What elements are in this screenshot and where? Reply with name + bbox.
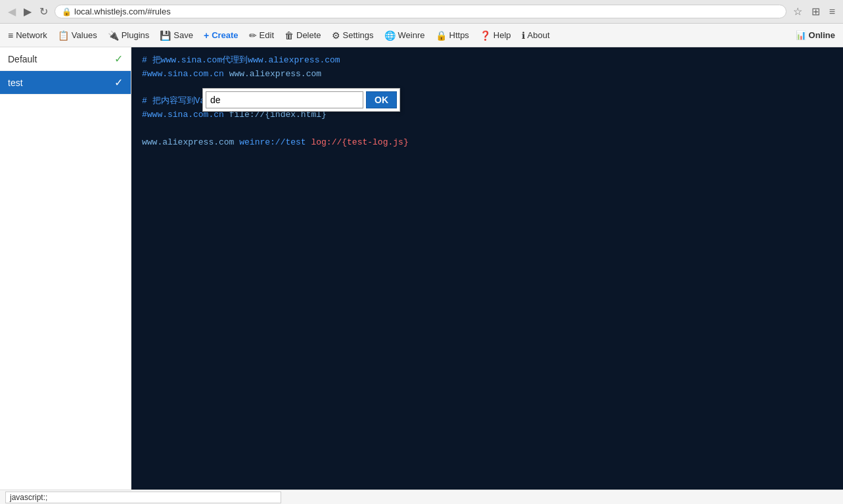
sidebar-item-default[interactable]: Default ✓ bbox=[0, 47, 131, 71]
sidebar-item-test-label: test bbox=[8, 78, 23, 88]
online-chart-icon: 📊 bbox=[796, 30, 806, 40]
nav-item-create[interactable]: + Create bbox=[198, 26, 244, 45]
create-input[interactable] bbox=[206, 91, 363, 108]
delete-icon: 🗑 bbox=[285, 30, 294, 41]
about-icon: ℹ bbox=[522, 30, 525, 41]
settings-icon: ⚙ bbox=[332, 30, 340, 41]
nav-item-https[interactable]: 🔒 Https bbox=[430, 26, 474, 45]
back-button[interactable]: ◀ bbox=[5, 4, 18, 19]
nav-label-create: Create bbox=[212, 30, 238, 40]
save-icon: 💾 bbox=[160, 30, 171, 41]
editor-log: log://{test-log.js} bbox=[306, 137, 409, 147]
nav-item-help[interactable]: ❓ Help bbox=[474, 26, 516, 45]
online-label: Online bbox=[809, 30, 835, 40]
editor-weinre: weinre://test bbox=[234, 137, 306, 147]
nav-item-save[interactable]: 💾 Save bbox=[154, 26, 198, 45]
sidebar: Default ✓ test ✓ bbox=[0, 47, 131, 490]
nav-label-weinre: Weinre bbox=[398, 30, 425, 40]
create-popup: OK bbox=[202, 88, 400, 112]
editor-line-1: # 把www.sina.com代理到www.aliexpress.com bbox=[142, 54, 832, 68]
forward-button[interactable]: ▶ bbox=[21, 4, 34, 19]
nav-label-values: Values bbox=[72, 30, 97, 40]
sidebar-item-test[interactable]: test ✓ bbox=[0, 71, 131, 95]
status-bar: javascript:; bbox=[0, 490, 843, 504]
nav-label-delete: Delete bbox=[296, 30, 321, 40]
sidebar-item-test-check: ✓ bbox=[114, 76, 123, 89]
https-icon: 🔒 bbox=[436, 30, 447, 41]
nav-item-values[interactable]: 📋 Values bbox=[53, 26, 103, 45]
nav-label-save: Save bbox=[173, 30, 193, 40]
status-text: javascript:; bbox=[5, 492, 281, 503]
editor-line-2: #www.sina.com.cn www.aliexpress.com bbox=[142, 68, 832, 81]
editor-target-1: www.aliexpress.com bbox=[224, 69, 321, 79]
editor-line-5: www.aliexpress.com weinre://test log://{… bbox=[142, 136, 832, 150]
create-ok-button[interactable]: OK bbox=[366, 91, 397, 108]
online-badge: 📊 Online bbox=[790, 28, 840, 43]
nav-label-https: Https bbox=[449, 30, 469, 40]
sidebar-item-default-label: Default bbox=[8, 54, 37, 64]
address-bar[interactable]: 🔒 local.whistlejs.com/#rules bbox=[55, 5, 786, 18]
editor-host-3: www.aliexpress.com bbox=[142, 137, 234, 147]
network-icon: ≡ bbox=[8, 30, 13, 41]
main-layout: Default ✓ test ✓ # 把www.sina.com代理到www.a… bbox=[0, 47, 843, 490]
address-lock-icon: 🔒 bbox=[62, 7, 72, 16]
sidebar-item-default-check: ✓ bbox=[114, 53, 123, 65]
nav-label-edit: Edit bbox=[260, 30, 274, 40]
menu-button[interactable]: ≡ bbox=[827, 5, 838, 19]
create-icon: + bbox=[204, 30, 209, 41]
extensions-button[interactable]: ⊞ bbox=[809, 4, 823, 19]
reload-button[interactable]: ↻ bbox=[37, 4, 51, 19]
nav-label-settings: Settings bbox=[343, 30, 374, 40]
nav-label-about: About bbox=[528, 30, 550, 40]
nav-item-settings[interactable]: ⚙ Settings bbox=[327, 26, 379, 45]
editor-host-1: #www.sina.com.cn bbox=[142, 69, 224, 79]
plugins-icon: 🔌 bbox=[108, 30, 119, 41]
nav-item-delete[interactable]: 🗑 Delete bbox=[279, 26, 327, 45]
nav-item-weinre[interactable]: 🌐 Weinre bbox=[379, 26, 430, 45]
editor-empty-2 bbox=[142, 122, 832, 136]
browser-controls: ◀ ▶ ↻ bbox=[5, 4, 51, 19]
weinre-icon: 🌐 bbox=[384, 30, 396, 41]
browser-chrome: ◀ ▶ ↻ 🔒 local.whistlejs.com/#rules ☆ ⊞ ≡ bbox=[0, 0, 843, 24]
browser-actions: ☆ ⊞ ≡ bbox=[790, 4, 838, 19]
edit-icon: ✏ bbox=[249, 30, 257, 41]
nav-item-plugins[interactable]: 🔌 Plugins bbox=[103, 26, 155, 45]
nav-item-network[interactable]: ≡ Network bbox=[3, 26, 53, 45]
nav-item-about[interactable]: ℹ About bbox=[516, 26, 555, 45]
nav-bar: ≡ Network 📋 Values 🔌 Plugins 💾 Save + Cr… bbox=[0, 24, 843, 47]
nav-label-network: Network bbox=[16, 30, 47, 40]
help-icon: ❓ bbox=[480, 30, 491, 41]
bookmark-button[interactable]: ☆ bbox=[790, 4, 805, 19]
nav-label-help: Help bbox=[493, 30, 511, 40]
nav-label-plugins: Plugins bbox=[122, 30, 150, 40]
editor-area[interactable]: # 把www.sina.com代理到www.aliexpress.com #ww… bbox=[131, 47, 843, 490]
nav-item-edit[interactable]: ✏ Edit bbox=[244, 26, 279, 45]
address-url: local.whistlejs.com/#rules bbox=[74, 7, 171, 16]
values-icon: 📋 bbox=[58, 30, 69, 41]
